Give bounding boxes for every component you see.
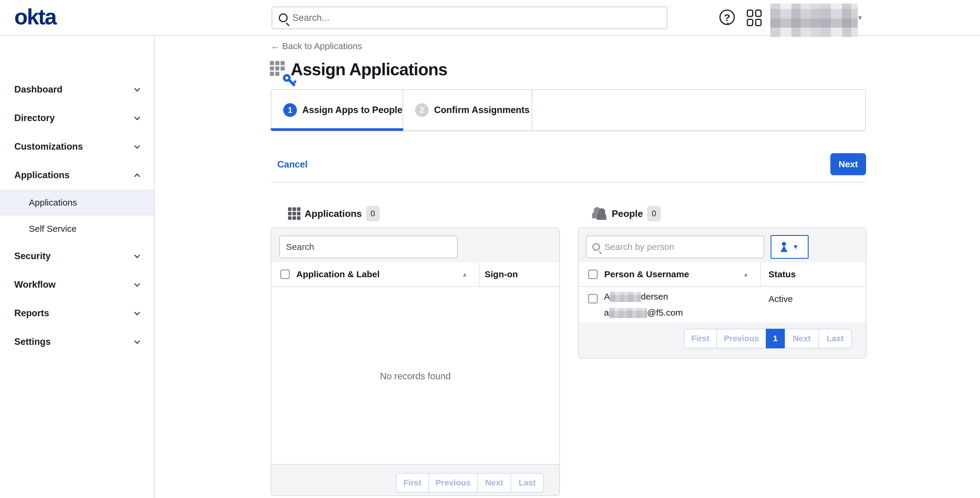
people-section-header: People 0 (592, 206, 661, 221)
chevron-down-icon (134, 309, 140, 315)
sidebar-subitem-applications[interactable]: Applications (0, 189, 154, 216)
redacted-email (609, 308, 647, 318)
sidebar-item-applications[interactable]: Applications (0, 161, 154, 189)
user-account-redacted[interactable] (770, 3, 858, 37)
applications-page-first-button[interactable]: First (396, 473, 429, 493)
applications-page-last-button[interactable]: Last (511, 473, 544, 493)
chevron-down-icon (134, 252, 140, 258)
people-panel-header: Search by person ▼ (579, 228, 866, 263)
applications-panel-footer: First Previous Next Last (271, 464, 559, 495)
main-content: ← Back to Applications Assign Applicatio… (155, 36, 980, 498)
applications-grid-icon (288, 207, 301, 220)
divider (271, 182, 866, 183)
people-icon (592, 207, 608, 220)
people-panel-footer: First Previous 1 Next Last (579, 322, 866, 358)
assign-applications-icon (270, 61, 286, 78)
applications-count-badge: 0 (366, 206, 380, 221)
people-page-last-button[interactable]: Last (818, 329, 852, 348)
sidebar-item-security[interactable]: Security (0, 242, 154, 270)
person-icon (780, 242, 788, 252)
search-icon (592, 243, 600, 251)
people-count-badge: 0 (647, 206, 661, 221)
sidebar-item-workflow[interactable]: Workflow (0, 270, 154, 299)
app-switcher-icon[interactable] (747, 10, 763, 25)
person-name: Adersen (604, 291, 668, 302)
search-icon (279, 13, 288, 22)
sort-ascending-icon[interactable]: ▲ (462, 271, 468, 278)
sidebar-item-directory[interactable]: Directory (0, 104, 154, 132)
applications-page-previous-button[interactable]: Previous (428, 473, 478, 493)
applications-pagination: First Previous Next Last (396, 473, 544, 493)
applications-table-header: Application & Label ▲ Sign-on (271, 263, 559, 287)
person-row[interactable]: Adersen a@f5.com Active (579, 287, 866, 323)
okta-logo[interactable]: okta (14, 4, 56, 29)
chevron-up-icon (134, 173, 140, 180)
tab-assign-apps-to-people[interactable]: 1 Assign Apps to People (271, 90, 403, 130)
person-row-checkbox[interactable] (588, 294, 598, 304)
sidebar-item-customizations[interactable]: Customizations (0, 132, 154, 161)
applications-panel-header: Search (271, 228, 559, 263)
people-search-input[interactable]: Search by person (586, 235, 764, 258)
cancel-button[interactable]: Cancel (277, 159, 308, 170)
people-page-first-button[interactable]: First (684, 329, 717, 348)
person-email: a@f5.com (604, 308, 683, 318)
redacted-name (610, 292, 641, 302)
chevron-down-icon (134, 143, 140, 149)
next-button[interactable]: Next (830, 153, 866, 175)
user-menu-caret-icon[interactable]: ▾ (858, 13, 862, 22)
select-all-people-checkbox[interactable] (588, 269, 598, 279)
people-filter-dropdown[interactable]: ▼ (770, 235, 809, 259)
select-all-applications-checkbox[interactable] (280, 269, 290, 279)
help-icon[interactable]: ? (719, 10, 735, 25)
person-status: Active (768, 294, 793, 304)
chevron-down-icon (134, 281, 140, 287)
people-page-1-button[interactable]: 1 (766, 329, 785, 348)
sort-ascending-icon[interactable]: ▲ (743, 271, 749, 278)
applications-panel: Search Application & Label ▲ Sign-on No … (271, 228, 560, 496)
global-search-placeholder: Search... (293, 13, 329, 23)
people-page-next-button[interactable]: Next (784, 329, 819, 348)
chevron-down-icon (134, 86, 140, 92)
sidebar-item-settings[interactable]: Settings (0, 328, 154, 356)
applications-search-input[interactable]: Search (279, 235, 458, 258)
people-panel: Search by person ▼ Person & Username ▲ S… (578, 228, 866, 358)
chevron-down-icon (134, 114, 140, 120)
sidebar-item-dashboard[interactable]: Dashboard (0, 75, 154, 104)
step-2-badge: 2 (415, 103, 429, 117)
page-title: Assign Applications (291, 59, 447, 79)
people-page-previous-button[interactable]: Previous (716, 329, 767, 348)
tab-confirm-assignments[interactable]: 2 Confirm Assignments (403, 90, 532, 130)
applications-empty-state: No records found (271, 287, 559, 466)
sidebar-item-reports[interactable]: Reports (0, 299, 154, 328)
wizard-steps: 1 Assign Apps to People 2 Confirm Assign… (271, 89, 866, 131)
people-pagination: First Previous 1 Next Last (684, 329, 852, 348)
step-1-badge: 1 (283, 103, 297, 117)
sidebar-subitem-self-service[interactable]: Self Service (0, 216, 154, 242)
applications-page-next-button[interactable]: Next (477, 473, 511, 493)
chevron-down-icon (134, 338, 140, 344)
people-table-header: Person & Username ▲ Status (579, 263, 866, 287)
applications-section-header: Applications 0 (288, 206, 380, 221)
global-search-input[interactable]: Search... (272, 6, 667, 29)
top-bar: okta Search... ? ▾ (0, 0, 980, 36)
sidebar: Dashboard Directory Customizations Appli… (0, 36, 155, 498)
caret-down-icon: ▼ (792, 243, 799, 251)
back-to-applications-link[interactable]: ← Back to Applications (271, 41, 362, 51)
